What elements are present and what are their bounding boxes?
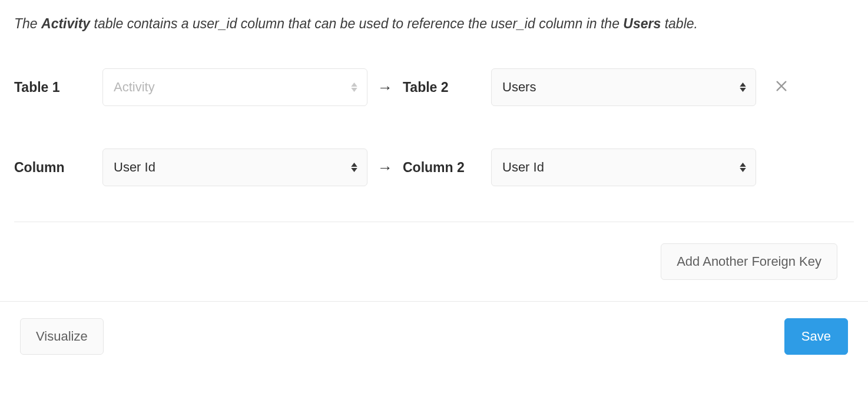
- sort-icon: [351, 163, 357, 172]
- select-column-1[interactable]: User Id: [102, 148, 367, 186]
- desc-table2: Users: [623, 16, 661, 31]
- label-column-2: Column 2: [403, 160, 491, 176]
- sort-icon: [740, 163, 746, 172]
- visualize-button[interactable]: Visualize: [20, 318, 104, 355]
- add-foreign-key-button[interactable]: Add Another Foreign Key: [661, 243, 837, 280]
- select-table-1[interactable]: Activity: [102, 68, 367, 106]
- close-icon: [775, 80, 788, 93]
- remove-mapping-button[interactable]: [775, 80, 788, 93]
- desc-middle: table contains a user_id column that can…: [90, 16, 623, 31]
- desc-prefix: The: [14, 16, 41, 31]
- label-table-1: Table 1: [14, 80, 102, 95]
- description-text: The Activity table contains a user_id co…: [14, 14, 854, 33]
- arrow-icon: →: [367, 78, 403, 97]
- arrow-icon: →: [367, 159, 403, 177]
- sort-icon: [740, 82, 746, 92]
- select-table-2-value: Users: [502, 80, 536, 95]
- mapping-grid: Table 1 Activity → Table 2 Users Column …: [14, 68, 854, 186]
- label-column-1: Column: [14, 160, 102, 176]
- save-button[interactable]: Save: [784, 318, 848, 355]
- desc-suffix: table.: [661, 16, 698, 31]
- label-table-2: Table 2: [403, 80, 491, 95]
- select-column-1-value: User Id: [114, 160, 155, 175]
- sort-icon: [351, 82, 357, 92]
- desc-table1: Activity: [41, 16, 90, 31]
- select-table-1-value: Activity: [114, 80, 155, 95]
- select-column-2[interactable]: User Id: [491, 148, 756, 186]
- select-table-2[interactable]: Users: [491, 68, 756, 106]
- select-column-2-value: User Id: [502, 160, 544, 175]
